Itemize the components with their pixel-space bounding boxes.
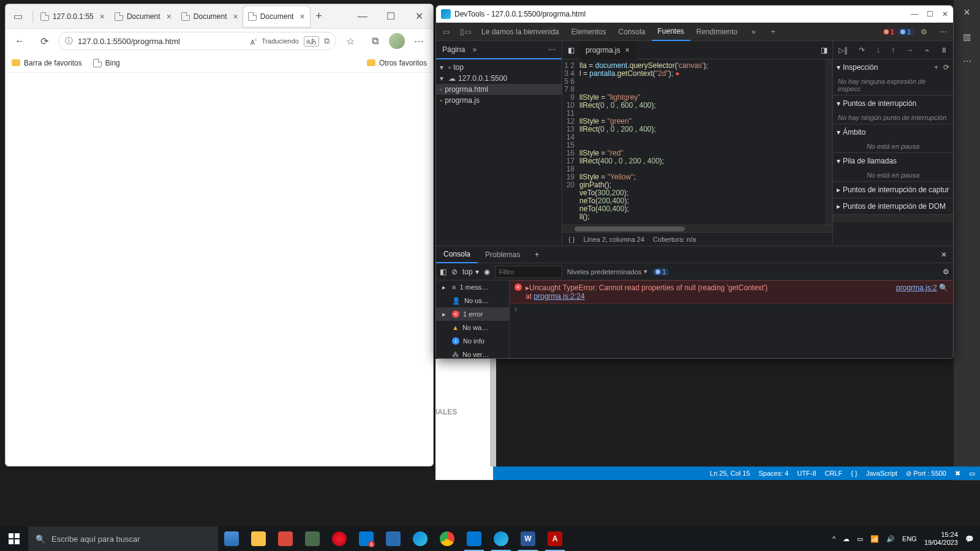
close-button[interactable]: ✕ [405,5,433,28]
step-out-icon[interactable]: ↑ [891,46,895,54]
browser-tab-3[interactable]: Document× [176,6,243,27]
app-opera[interactable] [326,527,353,551]
console-error-entry[interactable]: × ▸Uncaught TypeError: Cannot read prope… [510,280,953,304]
tab-elements[interactable]: Elementos [565,23,612,41]
app-word[interactable]: W [514,527,541,551]
live-expression-icon[interactable]: ◉ [484,268,490,276]
sidebar-toggle-icon[interactable]: ◧ [440,268,447,276]
close-icon[interactable]: × [625,46,630,54]
horizontal-scrollbar[interactable] [562,225,832,232]
close-icon[interactable]: × [167,12,172,21]
close-drawer-icon[interactable]: ✕ [935,250,953,259]
sidebar-verbose[interactable]: ⁂No ver… [436,348,509,358]
horizontal-scrollbar[interactable] [833,215,953,222]
sidebar-warnings[interactable]: ▲No wa… [436,321,509,334]
layout-icon[interactable]: ▥ [954,24,980,49]
section-header[interactable]: ▾ Ámbito [833,124,953,140]
more-tabs-icon[interactable]: » [472,45,477,54]
favorites-folder[interactable]: Barra de favoritos [12,59,82,67]
step-into-icon[interactable]: ↓ [876,46,880,54]
step-icon[interactable]: → [906,46,913,54]
app-acrobat[interactable]: A [541,527,568,551]
source-file-tab[interactable]: progrma.js× [579,41,636,59]
code-editor[interactable]: 1 2 3 4 5 6 7 8 9 10 11 12 13 14 15 16 1… [562,59,832,225]
tab-sources[interactable]: Fuentes [652,23,690,41]
app-notepadpp[interactable] [299,527,326,551]
section-header[interactable]: ▾ Inspección+⟳ [833,59,953,75]
tree-file-html[interactable]: ▫progrma.html [436,84,562,95]
back-button[interactable]: ← [9,31,30,51]
app-store[interactable] [380,527,407,551]
status-cursor[interactable]: Ln 25, Col 15 [710,470,750,477]
section-header[interactable]: ▸ Puntos de interrupción de captur [833,182,953,198]
app-edge[interactable] [407,527,434,551]
navigator-tab-page[interactable]: Página » ⋯ [436,41,562,59]
taskbar-search[interactable]: 🔍Escribe aquí para buscar [28,527,218,551]
status-bell-icon[interactable]: ▭ [969,470,975,478]
maximize-button[interactable]: ☐ [377,5,405,28]
tray-battery-icon[interactable]: ▭ [857,535,863,543]
browser-tab-4-active[interactable]: Document× [243,6,310,27]
app-sketchup[interactable] [272,527,299,551]
favorites-icon[interactable]: ☆ [340,31,361,51]
section-header[interactable]: ▾ Puntos de interrupción [833,96,953,111]
app-explorer[interactable] [245,527,272,551]
status-prettier-icon[interactable]: ✖ [955,470,960,478]
app-edge-2[interactable] [488,527,514,551]
translate-icon[interactable]: aあ [304,36,319,47]
other-favorites[interactable]: Otros favoritos [367,59,427,67]
add-tab-icon[interactable]: + [527,250,546,259]
address-bar[interactable]: ⓘ 127.0.0.1:5500/progrma.html A› Traduci… [58,32,336,50]
deactivate-bp-icon[interactable]: ⌁ [925,46,929,54]
more-icon[interactable]: ⋯ [954,49,980,73]
tab-console[interactable]: Consola [612,23,651,41]
tab-actions-icon[interactable]: ▭ [6,4,30,29]
error-badge[interactable]: 1 [881,28,897,36]
tree-file-js[interactable]: ▫progrma.js [436,95,562,106]
tray-volume-icon[interactable]: 🔊 [886,535,895,543]
browser-tab-1[interactable]: 127.0.0.1:55× [36,6,110,27]
issues-badge[interactable]: 1 [897,28,914,36]
tray-onedrive-icon[interactable]: ☁ [843,535,850,543]
tray-language[interactable]: ENG [902,535,917,542]
toggle-navigator-icon[interactable]: ◧ [562,46,579,54]
drawer-tab-problems[interactable]: Problemas [478,246,527,263]
kebab-icon[interactable]: ⋯ [933,28,953,36]
readaloud-icon[interactable]: A› [251,37,257,46]
pause-exceptions-icon[interactable]: ⏸ [940,46,948,54]
bing-bookmark[interactable]: Bing [93,59,120,67]
reader-icon[interactable]: ⧉ [324,36,330,46]
collections-icon[interactable]: ⧉ [364,31,385,51]
resume-icon[interactable]: ▷‖ [839,46,848,54]
device-toggle-icon[interactable]: ▯▭ [456,28,475,36]
status-liveserver[interactable]: ⊘ Port : 5500 [906,470,946,478]
tab-performance[interactable]: Rendimiento [690,23,744,41]
status-braces-icon[interactable]: { } [851,470,857,477]
tree-top[interactable]: ▾▫top [436,62,562,73]
pretty-print-icon[interactable]: { } [568,236,575,243]
app-vscode[interactable] [461,527,488,551]
more-tabs-icon[interactable]: » [744,28,763,36]
inspect-element-icon[interactable]: ▭ [436,28,456,36]
issues-badge[interactable]: 1 [652,268,669,276]
sidebar-info[interactable]: iNo info [436,334,509,348]
minimize-button[interactable]: — [911,10,918,18]
tray-notifications-icon[interactable]: 💬 [965,535,974,543]
error-stack-link[interactable]: progrma.js:2:24 [533,292,584,301]
scroll-thumb[interactable] [575,227,685,231]
refresh-button[interactable]: ⟳ [34,31,55,51]
drawer-tab-console[interactable]: Consola [436,246,478,263]
status-language[interactable]: JavaScript [866,470,897,477]
log-levels-dropdown[interactable]: Niveles predeterminados ▾ [567,268,648,276]
status-encoding[interactable]: UTF-8 [797,470,816,477]
filter-input[interactable] [495,266,562,278]
add-icon[interactable]: + [934,63,938,72]
sidebar-user[interactable]: 👤No us… [436,294,509,307]
new-tab-button[interactable]: + [310,7,328,26]
site-info-icon[interactable]: ⓘ [65,36,73,47]
tray-clock[interactable]: 15:24 19/04/2023 [924,531,958,547]
app-mail[interactable]: 6 [353,527,380,551]
app-taskview[interactable] [218,527,245,551]
menu-icon[interactable]: ⋯ [409,31,429,51]
start-button[interactable] [0,527,28,551]
